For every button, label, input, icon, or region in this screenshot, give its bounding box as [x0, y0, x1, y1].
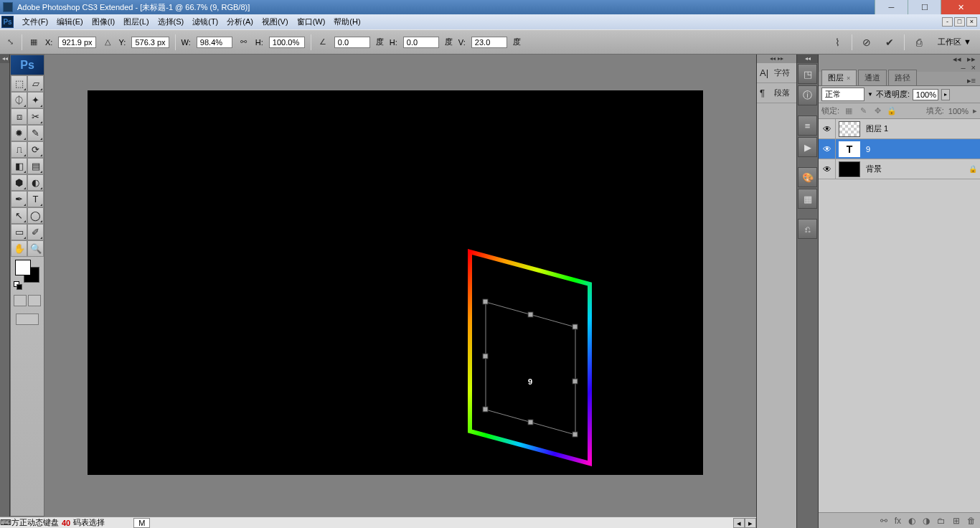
standard-mode-icon[interactable] [14, 295, 27, 306]
channels-panel-icon[interactable]: ▦ [798, 189, 817, 209]
layer-name[interactable]: 9 [863, 145, 980, 154]
w-field[interactable]: 98.4% [197, 37, 232, 48]
marquee-tool[interactable]: ▱ [27, 75, 44, 92]
layer-group-icon[interactable]: 🗀 [937, 516, 946, 526]
color-swatches[interactable] [12, 260, 42, 288]
fill-flyout[interactable]: ▸ [973, 106, 977, 116]
tab-channels[interactable]: 通道 [858, 70, 887, 85]
toolbox-collapse[interactable]: ◂◂ [0, 55, 10, 517]
ime-selector[interactable]: 码表选择 [73, 517, 105, 528]
panel-menu-icon[interactable]: ▸≡ [963, 76, 980, 85]
slice-tool[interactable]: ✂ [27, 108, 44, 125]
fill-field[interactable]: 100% [948, 107, 969, 116]
layer-thumbnail[interactable] [839, 161, 860, 177]
visibility-toggle-icon[interactable]: 👁 [819, 159, 836, 179]
pen-tool[interactable]: ✒ [11, 191, 27, 207]
maximize-button[interactable]: ☐ [908, 0, 941, 14]
info-panel-icon[interactable]: ⓘ [798, 85, 817, 105]
layer-thumbnail[interactable]: T [839, 141, 860, 157]
path-select-tool[interactable]: ↖ [11, 207, 27, 224]
angle-field[interactable]: 0.0 [334, 37, 370, 48]
lasso-tool[interactable]: ⏀ [11, 92, 27, 108]
tab-paths[interactable]: 路径 [888, 70, 917, 85]
layer-row[interactable]: 👁 T 9 [819, 139, 980, 159]
transform-bounding-box[interactable] [486, 302, 575, 435]
layer-row[interactable]: 👁 图层 1 [819, 119, 980, 139]
layer-name[interactable]: 背景 [863, 164, 966, 174]
eraser-tool[interactable]: ◧ [11, 158, 27, 174]
swatches-panel-icon[interactable]: ▶ [798, 137, 817, 157]
layer-row[interactable]: 👁 背景 🔒 [819, 159, 980, 179]
menu-layer[interactable]: 图层(L) [119, 14, 153, 29]
link-wh-icon[interactable]: ⚯ [238, 37, 250, 48]
brush-tool[interactable]: ✎ [27, 125, 44, 141]
lock-position-icon[interactable]: ✥ [872, 106, 882, 116]
icon-dock-arrows[interactable]: ◂◂ [797, 55, 818, 63]
paragraph-panel-button[interactable]: ¶段落 [757, 83, 796, 103]
gradient-tool[interactable]: ▤ [27, 158, 44, 174]
menu-image[interactable]: 图像(I) [88, 14, 119, 29]
lock-transparency-icon[interactable]: ▦ [844, 106, 854, 116]
default-colors-icon[interactable] [14, 281, 21, 288]
bridge-icon[interactable]: ⎙ [910, 34, 928, 50]
panel-close-icon[interactable]: × [971, 63, 976, 72]
mdi-minimize[interactable]: - [942, 17, 953, 27]
skew-v-field[interactable]: 23.0 [471, 37, 507, 48]
layer-thumbnail[interactable] [839, 121, 860, 137]
color-panel-icon[interactable]: ≡ [798, 116, 817, 136]
heal-tool[interactable]: ✹ [11, 125, 27, 141]
skew-h-field[interactable]: 0.0 [403, 37, 439, 48]
menu-window[interactable]: 窗口(W) [293, 14, 330, 29]
close-button[interactable]: ✕ [941, 0, 980, 14]
dodge-tool[interactable]: ◐ [27, 174, 44, 191]
cancel-transform-icon[interactable]: ⊘ [858, 34, 875, 50]
shape-tool[interactable]: ◯ [27, 207, 44, 224]
character-panel-button[interactable]: A|字符 [757, 63, 796, 83]
crop-tool[interactable]: ⧈ [11, 108, 27, 125]
dock-collapse-arrows[interactable]: ◂◂ ▸▸ [757, 55, 796, 63]
ime-mode[interactable]: M [133, 518, 150, 528]
ime-icon[interactable]: ⌨ [0, 518, 11, 527]
wand-tool[interactable]: ✦ [27, 92, 44, 108]
delete-layer-icon[interactable]: 🗑 [967, 516, 976, 526]
adjustment-layer-icon[interactable]: ◑ [923, 516, 930, 526]
lock-all-icon[interactable]: 🔒 [887, 106, 897, 116]
warp-mode-icon[interactable]: ⌇ [829, 34, 846, 50]
minimize-button[interactable]: ─ [875, 0, 908, 14]
menu-select[interactable]: 选择(S) [154, 14, 189, 29]
styles-panel-icon[interactable]: 🎨 [798, 167, 817, 187]
navigator-panel-icon[interactable]: ◳ [798, 64, 817, 84]
quickmask-mode-icon[interactable] [28, 295, 41, 306]
move-tool[interactable]: ⬚ [11, 75, 27, 92]
panel-minimize-icon[interactable]: – [961, 63, 965, 72]
scroll-right-icon[interactable]: ▸ [745, 518, 756, 528]
menu-edit[interactable]: 编辑(E) [52, 14, 88, 29]
eyedropper-tool[interactable]: ✐ [27, 224, 44, 240]
x-field[interactable]: 921.9 px [58, 37, 95, 48]
layer-name[interactable]: 图层 1 [863, 123, 980, 134]
h-field[interactable]: 100.0% [269, 37, 305, 48]
menu-file[interactable]: 文件(F) [18, 14, 52, 29]
layer-mask-icon[interactable]: ◐ [908, 516, 915, 526]
document-canvas[interactable]: 9 [88, 90, 703, 475]
visibility-toggle-icon[interactable]: 👁 [819, 139, 836, 159]
blend-mode-select[interactable]: 正常 [821, 88, 864, 101]
hand-tool[interactable]: ✋ [11, 240, 27, 257]
opacity-flyout[interactable]: ▸ [941, 89, 950, 100]
menu-view[interactable]: 视图(V) [258, 14, 293, 29]
stamp-tool[interactable]: ⎍ [11, 141, 27, 158]
link-layers-icon[interactable]: ⚯ [880, 516, 887, 526]
workspace-selector[interactable]: 工作区 ▼ [933, 35, 976, 49]
commit-transform-icon[interactable]: ✔ [881, 34, 898, 50]
lock-pixels-icon[interactable]: ✎ [858, 106, 868, 116]
zoom-tool[interactable]: 🔍 [27, 240, 44, 257]
opacity-field[interactable]: 100% [913, 89, 938, 100]
panel-header-arrows[interactable]: ◂◂▸▸ [819, 55, 980, 63]
menu-help[interactable]: 帮助(H) [329, 14, 364, 29]
tab-layers[interactable]: 图层× [821, 70, 857, 85]
reference-point-icon[interactable]: ▦ [28, 37, 39, 48]
layer-style-icon[interactable]: fx [895, 516, 901, 526]
foreground-color[interactable] [15, 260, 31, 275]
visibility-toggle-icon[interactable]: 👁 [819, 119, 836, 138]
new-layer-icon[interactable]: ⊞ [953, 516, 960, 526]
